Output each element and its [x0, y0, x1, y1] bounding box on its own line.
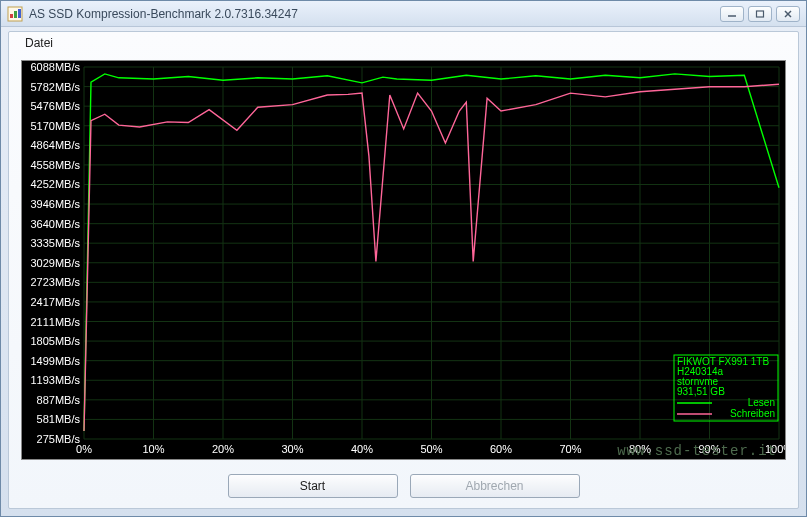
svg-rect-3: [18, 9, 21, 18]
app-window: AS SSD Kompression-Benchmark 2.0.7316.34…: [0, 0, 807, 517]
svg-text:2417MB/s: 2417MB/s: [30, 296, 80, 308]
svg-text:1193MB/s: 1193MB/s: [30, 374, 80, 386]
svg-text:5476MB/s: 5476MB/s: [30, 100, 80, 112]
window-title: AS SSD Kompression-Benchmark 2.0.7316.34…: [29, 7, 720, 21]
svg-text:5782MB/s: 5782MB/s: [30, 81, 80, 93]
client-area: Datei 275MB/s581MB/s887MB/s1193MB/s1499M…: [8, 31, 799, 509]
svg-text:Lesen: Lesen: [748, 397, 775, 408]
maximize-button[interactable]: [748, 6, 772, 22]
svg-text:3946MB/s: 3946MB/s: [30, 198, 80, 210]
watermark: www.ssd-tester.it: [617, 443, 777, 459]
close-button[interactable]: [776, 6, 800, 22]
svg-text:6088MB/s: 6088MB/s: [30, 61, 80, 73]
svg-text:60%: 60%: [490, 443, 512, 455]
svg-rect-1: [10, 14, 13, 18]
app-icon: [7, 6, 23, 22]
svg-text:4558MB/s: 4558MB/s: [30, 159, 80, 171]
svg-text:70%: 70%: [559, 443, 581, 455]
svg-text:20%: 20%: [212, 443, 234, 455]
svg-text:931,51 GB: 931,51 GB: [677, 386, 725, 397]
window-controls: [720, 6, 800, 22]
svg-text:4864MB/s: 4864MB/s: [30, 139, 80, 151]
svg-text:50%: 50%: [420, 443, 442, 455]
svg-text:3335MB/s: 3335MB/s: [30, 237, 80, 249]
svg-text:Schreiben: Schreiben: [730, 408, 775, 419]
start-button[interactable]: Start: [228, 474, 398, 498]
svg-text:10%: 10%: [142, 443, 164, 455]
button-row: Start Abbrechen: [9, 474, 798, 498]
svg-text:3029MB/s: 3029MB/s: [30, 257, 80, 269]
svg-text:275MB/s: 275MB/s: [37, 433, 81, 445]
svg-rect-5: [757, 11, 764, 17]
svg-text:30%: 30%: [281, 443, 303, 455]
svg-text:5170MB/s: 5170MB/s: [30, 120, 80, 132]
menu-file[interactable]: Datei: [17, 34, 61, 52]
legend-box: FIKWOT FX991 1TBH240314astornvme931,51 G…: [674, 355, 778, 421]
svg-text:1805MB/s: 1805MB/s: [30, 335, 80, 347]
svg-text:581MB/s: 581MB/s: [37, 413, 81, 425]
svg-rect-2: [14, 11, 17, 18]
svg-text:0%: 0%: [76, 443, 92, 455]
svg-text:2723MB/s: 2723MB/s: [30, 276, 80, 288]
svg-text:4252MB/s: 4252MB/s: [30, 178, 80, 190]
minimize-button[interactable]: [720, 6, 744, 22]
svg-text:40%: 40%: [351, 443, 373, 455]
menu-bar: Datei: [9, 32, 798, 54]
svg-text:1499MB/s: 1499MB/s: [30, 355, 80, 367]
chart-svg: 275MB/s581MB/s887MB/s1193MB/s1499MB/s180…: [22, 61, 785, 459]
svg-text:3640MB/s: 3640MB/s: [30, 218, 80, 230]
svg-text:2111MB/s: 2111MB/s: [30, 316, 80, 328]
title-bar[interactable]: AS SSD Kompression-Benchmark 2.0.7316.34…: [1, 1, 806, 27]
svg-text:887MB/s: 887MB/s: [37, 394, 81, 406]
abort-button: Abbrechen: [410, 474, 580, 498]
chart: 275MB/s581MB/s887MB/s1193MB/s1499MB/s180…: [21, 60, 786, 460]
